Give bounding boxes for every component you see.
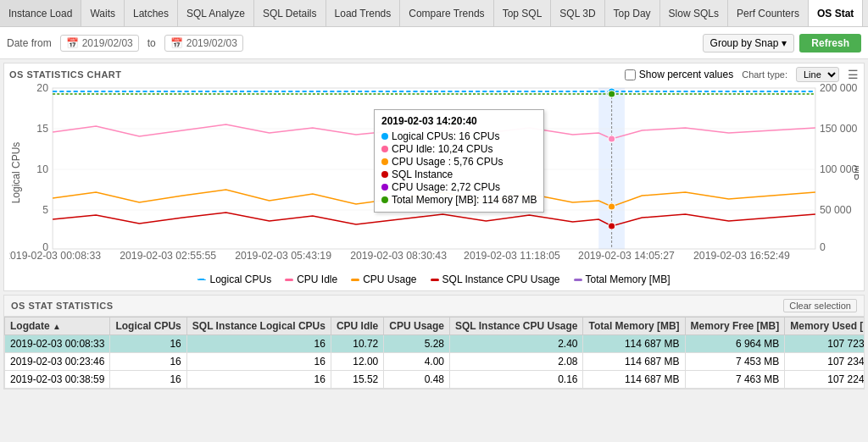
- legend-item-cpu-idle: CPU Idle: [285, 273, 337, 285]
- tab-sql-3d[interactable]: SQL 3D: [551, 0, 604, 26]
- svg-rect-0: [53, 88, 815, 249]
- col-header-cpu-usage[interactable]: CPU Usage: [384, 318, 450, 335]
- refresh-button[interactable]: Refresh: [799, 34, 861, 52]
- svg-point-22: [609, 203, 615, 210]
- chart-type-select[interactable]: Line: [796, 67, 839, 82]
- chart-type-label: Chart type:: [742, 69, 787, 80]
- date-from-value: 2019/02/03: [82, 37, 133, 49]
- stats-table: Logdate ▲ Logical CPUs SQL Instance Logi…: [4, 317, 864, 389]
- chart-legend: Logical CPUs CPU Idle CPU Usage SQL Inst…: [9, 270, 859, 287]
- menu-icon[interactable]: ☰: [848, 68, 859, 81]
- svg-text:150 000: 150 000: [820, 123, 858, 135]
- date-to-input[interactable]: 📅 2019/02/03: [164, 35, 243, 52]
- svg-text:2019-02-03 16:52:49: 2019-02-03 16:52:49: [693, 250, 790, 262]
- chart-header: OS STATISTICS CHART Show percent values …: [9, 67, 859, 82]
- svg-text:10: 10: [36, 163, 48, 175]
- stats-section: OS STAT STATISTICS Clear selection Logda…: [3, 295, 865, 390]
- stats-tbody: 2019-02-03 00:08:33161610.725.282.40114 …: [5, 335, 865, 389]
- tab-instance-load[interactable]: Instance Load: [0, 0, 81, 26]
- toolbar: Date from 📅 2019/02/03 to 📅 2019/02/03 G…: [0, 27, 868, 59]
- col-header-memory-free[interactable]: Memory Free [MB]: [685, 318, 785, 335]
- svg-point-24: [609, 91, 615, 97]
- legend-item-total-memory: Total Memory [MB]: [574, 273, 670, 285]
- chart-controls: Show percent values Chart type: Line ☰: [625, 67, 859, 82]
- date-from-label: Date from: [7, 37, 52, 49]
- tab-waits[interactable]: Waits: [81, 0, 125, 26]
- table-row[interactable]: 2019-02-03 00:38:59161615.520.480.16114 …: [5, 371, 865, 389]
- svg-text:2019-02-03 11:18:05: 2019-02-03 11:18:05: [464, 250, 560, 262]
- legend-label-cpu-idle: CPU Idle: [297, 273, 337, 285]
- tab-perf-counters[interactable]: Perf Counters: [728, 0, 809, 26]
- svg-point-23: [609, 223, 615, 229]
- tab-top-sql[interactable]: Top SQL: [494, 0, 552, 26]
- col-header-memory-used[interactable]: Memory Used [MB]: [785, 318, 864, 335]
- tab-compare-trends[interactable]: Compare Trends: [400, 0, 493, 26]
- legend-item-sql-instance: SQL Instance CPU Usage: [431, 273, 560, 285]
- show-percent-checkbox[interactable]: [625, 69, 636, 80]
- svg-text:2019-02-03 02:55:55: 2019-02-03 02:55:55: [120, 250, 216, 262]
- top-nav: Instance Load Waits Latches SQL Analyze …: [0, 0, 868, 27]
- svg-text:2019-02-03 05:43:19: 2019-02-03 05:43:19: [235, 250, 331, 262]
- col-header-logical-cpus[interactable]: Logical CPUs: [110, 318, 186, 335]
- tab-sql-details[interactable]: SQL Details: [254, 0, 326, 26]
- svg-point-21: [609, 135, 615, 142]
- table-header-row: Logdate ▲ Logical CPUs SQL Instance Logi…: [5, 318, 865, 335]
- svg-text:20: 20: [36, 84, 48, 94]
- group-by-button[interactable]: Group by Snap ▾: [703, 34, 795, 52]
- col-header-sql-cpu-usage[interactable]: SQL Instance CPU Usage: [449, 318, 583, 335]
- legend-label-logical-cpus: Logical CPUs: [209, 273, 271, 285]
- col-header-logdate[interactable]: Logdate ▲: [5, 318, 110, 335]
- stats-header: OS STAT STATISTICS Clear selection: [4, 296, 864, 317]
- table-row[interactable]: 2019-02-03 00:08:33161610.725.282.40114 …: [5, 335, 865, 353]
- svg-text:15: 15: [36, 123, 48, 135]
- svg-text:5: 5: [42, 204, 48, 216]
- sort-arrow-icon: ▲: [53, 322, 61, 331]
- legend-item-cpu-usage: CPU Usage: [351, 273, 416, 285]
- svg-text:2019-02-03 00:08:33: 2019-02-03 00:08:33: [9, 250, 101, 262]
- svg-text:Logical CPUs: Logical CPUs: [10, 142, 22, 204]
- group-by-label: Group by Snap: [710, 37, 779, 49]
- col-header-sql-logical-cpus[interactable]: SQL Instance Logical CPUs: [186, 318, 331, 335]
- tab-load-trends[interactable]: Load Trends: [326, 0, 401, 26]
- tab-os-stat[interactable]: OS Stat: [809, 0, 863, 26]
- tab-latches[interactable]: Latches: [125, 0, 178, 26]
- col-header-total-memory[interactable]: Total Memory [MB]: [583, 318, 685, 335]
- stats-table-container[interactable]: Logdate ▲ Logical CPUs SQL Instance Logi…: [4, 317, 864, 389]
- show-percent-label[interactable]: Show percent values: [625, 69, 733, 80]
- legend-label-total-memory: Total Memory [MB]: [586, 273, 670, 285]
- calendar-icon-2: 📅: [170, 37, 183, 49]
- svg-text:50 000: 50 000: [820, 204, 852, 216]
- svg-text:2019-02-03 08:30:43: 2019-02-03 08:30:43: [350, 250, 447, 262]
- table-row[interactable]: 2019-02-03 00:23:46161612.004.002.08114 …: [5, 353, 865, 371]
- chart-svg: 20 15 10 5 0 200 000 150 000 100 000 50 …: [9, 84, 859, 262]
- clear-selection-button[interactable]: Clear selection: [783, 299, 857, 312]
- legend-label-sql-instance: SQL Instance CPU Usage: [442, 273, 560, 285]
- chevron-down-icon: ▾: [782, 37, 787, 49]
- stats-title: OS STAT STATISTICS: [11, 301, 114, 311]
- chart-section: OS STATISTICS CHART Show percent values …: [3, 63, 865, 291]
- svg-text:200 000: 200 000: [820, 84, 858, 94]
- to-label: to: [147, 37, 156, 49]
- svg-text:0: 0: [820, 241, 826, 253]
- date-from-input[interactable]: 📅 2019/02/03: [60, 35, 139, 52]
- svg-text:MB: MB: [852, 165, 859, 180]
- show-percent-text: Show percent values: [639, 69, 733, 80]
- legend-label-cpu-usage: CPU Usage: [363, 273, 416, 285]
- date-to-value: 2019/02/03: [186, 37, 237, 49]
- chart-title: OS STATISTICS CHART: [9, 69, 122, 80]
- col-header-cpu-idle[interactable]: CPU Idle: [331, 318, 383, 335]
- tab-sql-analyze[interactable]: SQL Analyze: [178, 0, 254, 26]
- legend-item-logical-cpus: Logical CPUs: [198, 273, 271, 285]
- chart-area: 20 15 10 5 0 200 000 150 000 100 000 50 …: [9, 84, 859, 270]
- calendar-icon: 📅: [66, 37, 79, 49]
- tab-top-day[interactable]: Top Day: [605, 0, 660, 26]
- tab-slow-sqls[interactable]: Slow SQLs: [660, 0, 728, 26]
- svg-text:2019-02-03 14:05:27: 2019-02-03 14:05:27: [578, 250, 675, 262]
